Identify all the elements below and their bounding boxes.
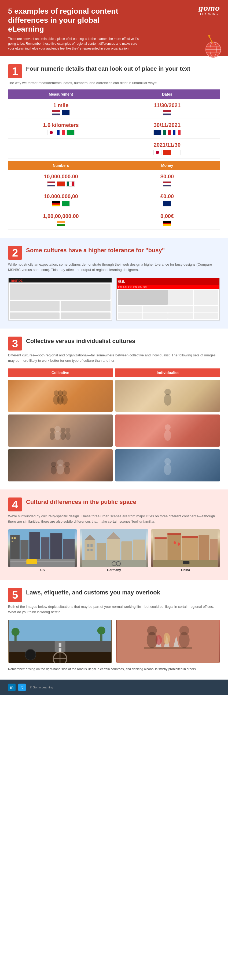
measurement-km: 1.6 kilometers bbox=[8, 119, 114, 139]
city-photo-de bbox=[80, 529, 149, 567]
table-row: 10,000,000.00 $0.00 bbox=[8, 170, 220, 190]
svg-point-20 bbox=[60, 432, 66, 440]
single-silhouette-3 bbox=[160, 455, 176, 476]
section-3-subtitle: Different cultures—both regional and org… bbox=[8, 353, 220, 363]
msnbc-bar: msnbc bbox=[9, 278, 112, 283]
msnbc-article-2 bbox=[61, 301, 111, 312]
section-1-title: Four numeric details that can look out o… bbox=[26, 64, 190, 72]
svg-rect-42 bbox=[14, 538, 16, 539]
footer: in t © Gomo Learning bbox=[0, 679, 228, 695]
collective-grid: Collective Individualist bbox=[8, 368, 220, 481]
section-1-subtitle: The way we format measurements, dates, n… bbox=[8, 80, 220, 86]
svg-point-87 bbox=[11, 628, 19, 636]
svg-rect-68 bbox=[155, 538, 167, 539]
city-label-cn: China bbox=[151, 568, 220, 572]
flag-de bbox=[52, 201, 60, 207]
msnbc-body bbox=[9, 283, 112, 320]
law-photo-driving bbox=[8, 620, 112, 663]
col-money: Money bbox=[114, 161, 220, 170]
number-in: 1,00,00,000.00 bbox=[8, 210, 114, 230]
svg-point-33 bbox=[164, 458, 171, 465]
msnbc-logo: msnbc bbox=[11, 278, 23, 283]
section-1: 1 Four numeric details that can look out… bbox=[0, 56, 228, 238]
svg-rect-56 bbox=[90, 544, 93, 547]
flag-us bbox=[52, 110, 60, 115]
table-row: 2021/11/30 bbox=[8, 139, 220, 159]
svg-rect-46 bbox=[26, 559, 37, 564]
section-5: 5 Laws, etiquette, and customs you may o… bbox=[0, 580, 228, 679]
section-2: 2 Some cultures have a higher tolerance … bbox=[0, 238, 228, 329]
number-de: 10.000.000,00 bbox=[8, 190, 114, 210]
svg-point-23 bbox=[66, 428, 70, 433]
table-row: 1,00,00,000.00 0,00€ bbox=[8, 210, 220, 230]
flag-mx-2 bbox=[66, 181, 75, 187]
svg-point-21 bbox=[61, 428, 66, 433]
svg-rect-55 bbox=[87, 544, 89, 547]
section-4-title: Cultural differences in the public space bbox=[26, 498, 136, 506]
flags-num-us bbox=[12, 181, 110, 187]
sohu-item-1 bbox=[168, 290, 193, 305]
numbers-table: Numbers Money 10,000,000.00 $0.00 bbox=[8, 161, 220, 230]
flag-in bbox=[57, 221, 65, 226]
table-row: 10.000.000,00 £0.00 bbox=[8, 190, 220, 210]
svg-rect-70 bbox=[182, 536, 198, 538]
flag-de-2 bbox=[163, 221, 171, 226]
flag-jp bbox=[47, 130, 55, 135]
svg-rect-85 bbox=[9, 620, 111, 641]
flag-kr bbox=[173, 150, 181, 155]
date-jp: 2021/11/30 bbox=[114, 139, 220, 159]
city-images-container: US bbox=[8, 529, 220, 572]
flag-uk-2 bbox=[153, 130, 162, 135]
svg-point-12 bbox=[61, 395, 67, 404]
sohu-item-2 bbox=[194, 290, 218, 305]
sohu-hero bbox=[118, 290, 168, 305]
svg-rect-57 bbox=[87, 549, 89, 551]
single-silhouette-1 bbox=[160, 385, 176, 406]
svg-point-79 bbox=[25, 649, 36, 660]
sohu-bar: 搜狐 bbox=[117, 278, 220, 285]
twitter-icon[interactable]: t bbox=[18, 684, 26, 691]
table-row: 1 mile 11/30/2021 bbox=[8, 99, 220, 119]
number-us: 10,000,000.00 bbox=[8, 170, 114, 190]
individualist-header: Individualist bbox=[116, 368, 220, 377]
flags-num-de bbox=[12, 201, 110, 207]
flag-br bbox=[66, 130, 75, 135]
group-silhouette-2 bbox=[47, 420, 74, 441]
measurement-1mile: 1 mile bbox=[8, 99, 114, 119]
money-usd: $0.00 bbox=[114, 170, 220, 190]
cn-city-svg bbox=[151, 529, 220, 567]
us-city-svg bbox=[8, 529, 77, 567]
svg-rect-41 bbox=[11, 538, 13, 539]
linkedin-icon[interactable]: in bbox=[8, 684, 16, 691]
collective-header: Collective bbox=[8, 368, 112, 377]
sohu-item-5 bbox=[168, 306, 193, 312]
section-3-number: 3 bbox=[8, 337, 22, 350]
logo-area: gomo LEARNING bbox=[199, 4, 220, 16]
sohu-item-10 bbox=[194, 313, 218, 319]
col-numbers: Numbers bbox=[8, 161, 114, 170]
sohu-item-4 bbox=[143, 306, 168, 312]
svg-point-24 bbox=[164, 430, 171, 441]
svg-point-18 bbox=[55, 431, 61, 440]
section-5-number: 5 bbox=[8, 588, 22, 602]
section-2-number: 2 bbox=[8, 246, 22, 260]
individualist-photo-1 bbox=[116, 380, 220, 412]
money-gbp: £0.00 bbox=[114, 190, 220, 210]
svg-point-32 bbox=[164, 463, 172, 475]
measurement-table: Measurement Dates 1 mile 11/30/2021 bbox=[8, 89, 220, 159]
msnbc-image: msnbc bbox=[8, 278, 112, 320]
date-uk: 30/11/2021 bbox=[114, 119, 220, 139]
flag-fr-2 bbox=[173, 130, 181, 135]
flags-date-jp bbox=[118, 150, 216, 155]
group-silhouette-3 bbox=[47, 455, 74, 476]
flags-money-de bbox=[118, 221, 216, 226]
measurement-empty bbox=[8, 139, 114, 159]
globe-icon bbox=[193, 28, 223, 57]
sohu-nav: 新闻 视频 财经 游戏 娱乐 汽车 bbox=[117, 285, 220, 289]
svg-point-16 bbox=[50, 432, 55, 440]
svg-point-72 bbox=[178, 542, 180, 546]
flag-jp-2 bbox=[153, 150, 162, 155]
section-5-note: Remember: driving on the right-hand side… bbox=[8, 667, 220, 671]
svg-point-30 bbox=[64, 466, 70, 474]
svg-point-31 bbox=[64, 461, 70, 467]
